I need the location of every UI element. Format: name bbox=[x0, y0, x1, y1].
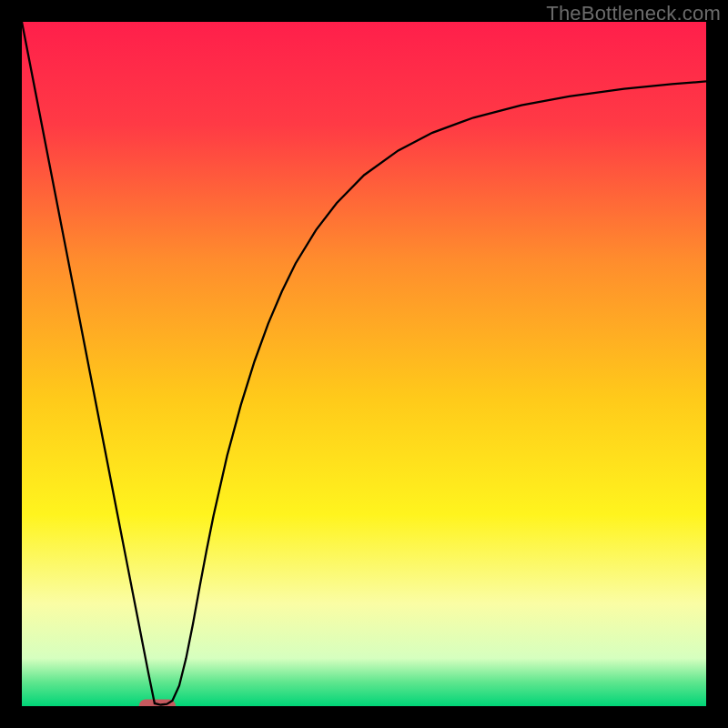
plot-area bbox=[22, 22, 706, 706]
chart-frame: TheBottleneck.com bbox=[0, 0, 728, 728]
plot-svg bbox=[22, 22, 706, 706]
gradient-background bbox=[22, 22, 706, 706]
watermark-text: TheBottleneck.com bbox=[546, 2, 721, 25]
